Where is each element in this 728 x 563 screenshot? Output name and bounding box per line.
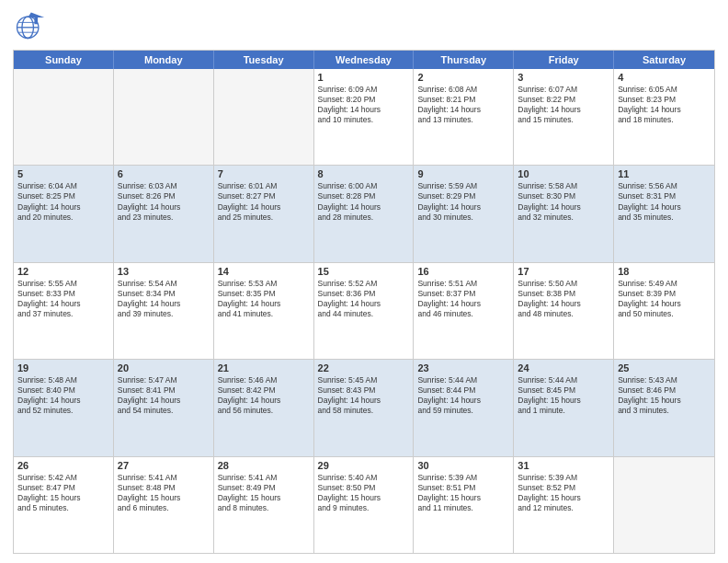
- day-number: 23: [417, 362, 509, 373]
- cal-cell-1-3: 8Sunrise: 6:00 AM Sunset: 8:28 PM Daylig…: [314, 166, 415, 261]
- cell-text: Sunrise: 5:49 AM Sunset: 8:39 PM Dayligh…: [618, 279, 711, 319]
- cell-text: Sunrise: 5:58 AM Sunset: 8:30 PM Dayligh…: [518, 181, 609, 222]
- cal-cell-4-3: 29Sunrise: 5:40 AM Sunset: 8:50 PM Dayli…: [314, 457, 415, 553]
- cal-cell-1-2: 7Sunrise: 6:01 AM Sunset: 8:27 PM Daylig…: [214, 166, 314, 261]
- cell-text: Sunrise: 5:48 AM Sunset: 8:40 PM Dayligh…: [17, 375, 109, 416]
- cell-text: Sunrise: 5:44 AM Sunset: 8:45 PM Dayligh…: [518, 375, 609, 416]
- cell-text: Sunrise: 5:39 AM Sunset: 8:51 PM Dayligh…: [417, 473, 509, 513]
- day-number: 18: [618, 266, 711, 277]
- day-number: 28: [218, 460, 310, 471]
- cell-text: Sunrise: 5:44 AM Sunset: 8:44 PM Dayligh…: [417, 375, 509, 416]
- cell-text: Sunrise: 5:55 AM Sunset: 8:33 PM Dayligh…: [17, 279, 109, 319]
- cal-header-tuesday: Tuesday: [214, 51, 314, 69]
- cell-text: Sunrise: 5:59 AM Sunset: 8:29 PM Dayligh…: [417, 181, 509, 222]
- cal-cell-2-3: 15Sunrise: 5:52 AM Sunset: 8:36 PM Dayli…: [314, 263, 415, 359]
- cal-cell-1-1: 6Sunrise: 6:03 AM Sunset: 8:26 PM Daylig…: [114, 166, 214, 261]
- logo: [13, 9, 50, 42]
- cal-header-monday: Monday: [114, 51, 214, 69]
- cell-text: Sunrise: 6:07 AM Sunset: 8:22 PM Dayligh…: [518, 85, 609, 125]
- cell-text: Sunrise: 5:47 AM Sunset: 8:41 PM Dayligh…: [118, 375, 210, 416]
- cell-text: Sunrise: 5:41 AM Sunset: 8:48 PM Dayligh…: [118, 473, 210, 513]
- cell-text: Sunrise: 6:04 AM Sunset: 8:25 PM Dayligh…: [17, 181, 109, 222]
- day-number: 24: [518, 362, 609, 373]
- cal-cell-2-2: 14Sunrise: 5:53 AM Sunset: 8:35 PM Dayli…: [214, 263, 314, 359]
- cell-text: Sunrise: 6:03 AM Sunset: 8:26 PM Dayligh…: [118, 181, 210, 222]
- day-number: 20: [118, 362, 210, 373]
- cal-header-saturday: Saturday: [614, 51, 714, 69]
- calendar: SundayMondayTuesdayWednesdayThursdayFrid…: [13, 50, 715, 554]
- cal-cell-2-1: 13Sunrise: 5:54 AM Sunset: 8:34 PM Dayli…: [114, 263, 214, 359]
- cell-text: Sunrise: 6:09 AM Sunset: 8:20 PM Dayligh…: [318, 85, 410, 125]
- day-number: 29: [318, 460, 410, 471]
- cell-text: Sunrise: 6:08 AM Sunset: 8:21 PM Dayligh…: [417, 85, 509, 125]
- cell-text: Sunrise: 5:52 AM Sunset: 8:36 PM Dayligh…: [318, 279, 410, 319]
- cal-cell-4-5: 31Sunrise: 5:39 AM Sunset: 8:52 PM Dayli…: [514, 457, 614, 553]
- day-number: 14: [218, 266, 310, 277]
- calendar-row-3: 19Sunrise: 5:48 AM Sunset: 8:40 PM Dayli…: [14, 360, 714, 456]
- day-number: 30: [417, 460, 509, 471]
- day-number: 4: [618, 72, 711, 83]
- day-number: 5: [17, 168, 109, 179]
- cal-cell-0-1: [114, 69, 214, 165]
- cal-cell-0-5: 3Sunrise: 6:07 AM Sunset: 8:22 PM Daylig…: [514, 69, 614, 165]
- cal-cell-4-1: 27Sunrise: 5:41 AM Sunset: 8:48 PM Dayli…: [114, 457, 214, 553]
- day-number: 22: [318, 362, 410, 373]
- cell-text: Sunrise: 5:40 AM Sunset: 8:50 PM Dayligh…: [318, 473, 410, 513]
- cal-header-sunday: Sunday: [14, 51, 114, 69]
- cal-header-thursday: Thursday: [414, 51, 514, 69]
- cell-text: Sunrise: 5:50 AM Sunset: 8:38 PM Dayligh…: [518, 279, 609, 319]
- cal-cell-2-6: 18Sunrise: 5:49 AM Sunset: 8:39 PM Dayli…: [614, 263, 714, 359]
- cal-cell-0-4: 2Sunrise: 6:08 AM Sunset: 8:21 PM Daylig…: [414, 69, 514, 165]
- cell-text: Sunrise: 5:41 AM Sunset: 8:49 PM Dayligh…: [218, 473, 310, 513]
- day-number: 9: [417, 168, 509, 179]
- day-number: 27: [118, 460, 210, 471]
- day-number: 13: [118, 266, 210, 277]
- day-number: 21: [218, 362, 310, 373]
- cal-header-friday: Friday: [514, 51, 614, 69]
- day-number: 11: [618, 168, 711, 179]
- calendar-row-2: 12Sunrise: 5:55 AM Sunset: 8:33 PM Dayli…: [14, 263, 714, 360]
- cal-cell-0-6: 4Sunrise: 6:05 AM Sunset: 8:23 PM Daylig…: [614, 69, 714, 165]
- day-number: 3: [518, 72, 609, 83]
- cal-cell-3-2: 21Sunrise: 5:46 AM Sunset: 8:42 PM Dayli…: [214, 360, 314, 455]
- day-number: 10: [518, 168, 609, 179]
- day-number: 16: [417, 266, 509, 277]
- day-number: 19: [17, 362, 109, 373]
- cal-cell-1-0: 5Sunrise: 6:04 AM Sunset: 8:25 PM Daylig…: [14, 166, 114, 261]
- calendar-row-0: 1Sunrise: 6:09 AM Sunset: 8:20 PM Daylig…: [14, 69, 714, 166]
- cell-text: Sunrise: 6:01 AM Sunset: 8:27 PM Dayligh…: [218, 181, 310, 222]
- day-number: 31: [518, 460, 609, 471]
- cal-cell-4-2: 28Sunrise: 5:41 AM Sunset: 8:49 PM Dayli…: [214, 457, 314, 553]
- cal-cell-3-6: 25Sunrise: 5:43 AM Sunset: 8:46 PM Dayli…: [614, 360, 714, 455]
- cal-cell-3-0: 19Sunrise: 5:48 AM Sunset: 8:40 PM Dayli…: [14, 360, 114, 455]
- cal-cell-3-3: 22Sunrise: 5:45 AM Sunset: 8:43 PM Dayli…: [314, 360, 415, 455]
- logo-icon: [13, 9, 46, 42]
- cell-text: Sunrise: 5:42 AM Sunset: 8:47 PM Dayligh…: [17, 473, 109, 513]
- cell-text: Sunrise: 5:45 AM Sunset: 8:43 PM Dayligh…: [318, 375, 410, 416]
- day-number: 6: [118, 168, 210, 179]
- calendar-row-4: 26Sunrise: 5:42 AM Sunset: 8:47 PM Dayli…: [14, 457, 714, 553]
- cal-cell-0-0: [14, 69, 114, 165]
- cal-cell-3-5: 24Sunrise: 5:44 AM Sunset: 8:45 PM Dayli…: [514, 360, 614, 455]
- cal-cell-2-4: 16Sunrise: 5:51 AM Sunset: 8:37 PM Dayli…: [414, 263, 514, 359]
- cell-text: Sunrise: 6:05 AM Sunset: 8:23 PM Dayligh…: [618, 85, 711, 125]
- calendar-row-1: 5Sunrise: 6:04 AM Sunset: 8:25 PM Daylig…: [14, 166, 714, 262]
- header: [13, 9, 715, 42]
- cell-text: Sunrise: 5:56 AM Sunset: 8:31 PM Dayligh…: [618, 181, 711, 222]
- cell-text: Sunrise: 5:39 AM Sunset: 8:52 PM Dayligh…: [518, 473, 609, 513]
- cell-text: Sunrise: 5:53 AM Sunset: 8:35 PM Dayligh…: [218, 279, 310, 319]
- cell-text: Sunrise: 5:46 AM Sunset: 8:42 PM Dayligh…: [218, 375, 310, 416]
- cal-cell-2-5: 17Sunrise: 5:50 AM Sunset: 8:38 PM Dayli…: [514, 263, 614, 359]
- cal-cell-2-0: 12Sunrise: 5:55 AM Sunset: 8:33 PM Dayli…: [14, 263, 114, 359]
- day-number: 15: [318, 266, 410, 277]
- cal-cell-4-4: 30Sunrise: 5:39 AM Sunset: 8:51 PM Dayli…: [414, 457, 514, 553]
- day-number: 7: [218, 168, 310, 179]
- cal-cell-0-2: [214, 69, 314, 165]
- cal-cell-3-4: 23Sunrise: 5:44 AM Sunset: 8:44 PM Dayli…: [414, 360, 514, 455]
- cal-header-wednesday: Wednesday: [314, 51, 415, 69]
- day-number: 1: [318, 72, 410, 83]
- calendar-body: 1Sunrise: 6:09 AM Sunset: 8:20 PM Daylig…: [14, 69, 714, 553]
- cell-text: Sunrise: 6:00 AM Sunset: 8:28 PM Dayligh…: [318, 181, 410, 222]
- day-number: 17: [518, 266, 609, 277]
- cal-cell-1-5: 10Sunrise: 5:58 AM Sunset: 8:30 PM Dayli…: [514, 166, 614, 261]
